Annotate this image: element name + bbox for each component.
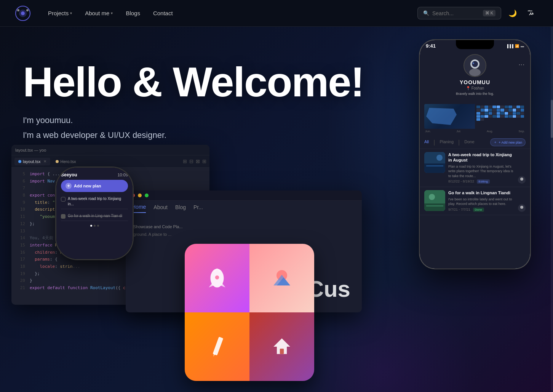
iphone-more-btn[interactable]: ··· bbox=[519, 61, 525, 68]
contrib-cell bbox=[484, 115, 488, 118]
svg-point-6 bbox=[215, 275, 219, 280]
svg-point-20 bbox=[473, 62, 474, 64]
plan-desc-2: I've been so introlite lately and went o… bbox=[448, 197, 515, 206]
iphone-add-plan-btn[interactable]: ＋ + Add new plan bbox=[490, 138, 526, 146]
contrib-cell bbox=[481, 109, 484, 111]
contrib-cell bbox=[489, 112, 492, 115]
contrib-cell bbox=[481, 115, 484, 118]
editor-icon-panel[interactable]: ⊠ bbox=[196, 158, 200, 164]
svg-point-29 bbox=[429, 194, 435, 200]
contrib-cell bbox=[505, 115, 508, 118]
dark-mode-toggle[interactable]: 🌙 bbox=[506, 6, 519, 20]
contrib-cell bbox=[513, 106, 516, 108]
nav-contact[interactable]: Contact bbox=[148, 7, 178, 19]
contrib-cell bbox=[497, 112, 500, 115]
watch-app-name: Seeyou bbox=[61, 172, 77, 178]
contrib-labels: Jun. Jul. Aug. Sep. bbox=[424, 130, 526, 133]
contrib-grid bbox=[475, 104, 526, 129]
contrib-cell bbox=[500, 109, 504, 111]
contrib-cell bbox=[508, 106, 512, 108]
plan-meta-2: 9/7/21 - 7/7/21 Done bbox=[448, 208, 515, 212]
contrib-cell bbox=[484, 106, 488, 108]
contrib-cell bbox=[500, 115, 504, 118]
plan-thumb-2 bbox=[424, 190, 445, 211]
watch-header: Seeyou 10:09 bbox=[61, 172, 128, 178]
editor-icon-more[interactable]: ⊞ bbox=[202, 158, 206, 164]
status-icons: ▐▐▐ 📶 ▬ bbox=[506, 44, 524, 48]
watch-item-text-2: Go for a walk in Ling nan Tian di bbox=[68, 213, 122, 219]
navbar: Projects ▾ About me ▾ Blogs Contact 🔍 ⌘ … bbox=[0, 0, 553, 27]
watch-item-text-1: A two-week road trip to Xinjiang in... bbox=[68, 196, 128, 207]
contrib-cell bbox=[521, 115, 524, 118]
browser-nav-home[interactable]: Home bbox=[132, 204, 146, 213]
contrib-cell bbox=[516, 112, 520, 115]
browser-nav-more[interactable]: Pr... bbox=[193, 204, 203, 213]
contrib-cell bbox=[513, 115, 516, 118]
apple-watch-card: Seeyou 10:09 + Add new plan A two-week r… bbox=[56, 168, 133, 259]
battery-icon: ▬ bbox=[521, 44, 524, 48]
search-shortcut: ⌘ K bbox=[483, 10, 495, 16]
svg-point-19 bbox=[472, 61, 478, 67]
contrib-visual bbox=[424, 104, 526, 129]
plan-status-1: Editing bbox=[477, 179, 490, 184]
browser-nav-blog[interactable]: Blog bbox=[175, 204, 186, 213]
nav-projects[interactable]: Projects ▾ bbox=[43, 7, 77, 19]
watch-checkbox-2[interactable] bbox=[61, 214, 66, 219]
nav-about[interactable]: About me ▾ bbox=[80, 7, 118, 19]
editor-tab-hero[interactable]: Hero.tsx bbox=[52, 158, 80, 165]
plan-card-2[interactable]: Go for a walk in Lingnan Tiandi I've bee… bbox=[420, 187, 530, 215]
browser-min-btn[interactable] bbox=[138, 194, 142, 197]
editor-tab-label: layout.tsx — yoo bbox=[15, 148, 46, 152]
contrib-cell bbox=[492, 106, 496, 108]
svg-rect-28 bbox=[424, 203, 445, 211]
app-icon-landscape[interactable] bbox=[249, 244, 314, 312]
iphone-tab-done[interactable]: Done bbox=[464, 139, 474, 146]
iphone-tabs: All | Planing | Done ＋ + Add new plan bbox=[420, 136, 530, 149]
app-icon-pencil[interactable] bbox=[185, 312, 249, 381]
plan-meta-1: 8/12/22 - 8/19/22 Editing bbox=[448, 179, 515, 184]
contrib-cell bbox=[492, 109, 496, 111]
nav-blogs[interactable]: Blogs bbox=[120, 7, 145, 19]
contrib-cell bbox=[481, 118, 484, 121]
contrib-cell bbox=[500, 112, 504, 115]
contrib-cell bbox=[489, 106, 492, 108]
contrib-cell bbox=[476, 109, 480, 111]
translate-button[interactable] bbox=[524, 6, 538, 20]
app-icon-rocket[interactable] bbox=[185, 244, 249, 312]
signal-icon: ▐▐▐ bbox=[506, 44, 513, 48]
iphone-tab-all[interactable]: All bbox=[424, 139, 429, 146]
iphone-tab-planing[interactable]: Planing bbox=[440, 139, 454, 146]
browser-max-btn[interactable] bbox=[145, 194, 149, 197]
watch-dot-1 bbox=[90, 225, 92, 227]
app-icons-grid bbox=[185, 244, 314, 381]
wifi-icon: 📶 bbox=[515, 44, 519, 48]
plan-avatar-1 bbox=[518, 176, 526, 184]
contrib-cell bbox=[521, 109, 524, 111]
editor-icon-split[interactable]: ⊞ bbox=[183, 158, 187, 164]
about-chevron-icon: ▾ bbox=[111, 11, 113, 15]
editor-title-bar: layout.tsx — yoo bbox=[11, 145, 209, 155]
browser-nav-about[interactable]: About bbox=[153, 204, 168, 213]
search-box[interactable]: 🔍 ⌘ K bbox=[417, 7, 501, 19]
contrib-cell bbox=[476, 112, 480, 115]
editor-icon-layout[interactable]: ⊟ bbox=[189, 158, 193, 164]
app-icon-home[interactable] bbox=[249, 312, 314, 381]
profile-name: YOOUMUU bbox=[460, 79, 490, 85]
plan-thumb-1 bbox=[424, 152, 445, 173]
contrib-cell bbox=[476, 115, 480, 118]
svg-point-32 bbox=[520, 206, 523, 209]
editor-tab-layout[interactable]: layout.tsx ✕ bbox=[14, 158, 50, 165]
contrib-cell bbox=[497, 109, 500, 111]
watch-checkbox-1[interactable] bbox=[61, 197, 66, 202]
svg-rect-10 bbox=[213, 337, 223, 355]
site-logo[interactable] bbox=[15, 6, 30, 21]
iphone-screen: 9:41 ▐▐▐ 📶 ▬ ··· bbox=[420, 40, 530, 269]
iphone-profile: YOOUMUU 📍 Foshan Bravely walk into the f… bbox=[420, 50, 530, 101]
watch-item-1: A two-week road trip to Xinjiang in... bbox=[61, 194, 128, 209]
watch-add-plan-btn[interactable]: + Add new plan bbox=[61, 180, 128, 192]
hero-title: Hello & Welcome! bbox=[23, 61, 364, 103]
search-input[interactable] bbox=[432, 10, 480, 16]
plan-card-1[interactable]: A two-week road trip to Xinjiang in Augu… bbox=[420, 149, 530, 187]
scrollbar-thumb[interactable] bbox=[551, 100, 553, 138]
nav-right: 🔍 ⌘ K 🌙 bbox=[417, 6, 538, 20]
